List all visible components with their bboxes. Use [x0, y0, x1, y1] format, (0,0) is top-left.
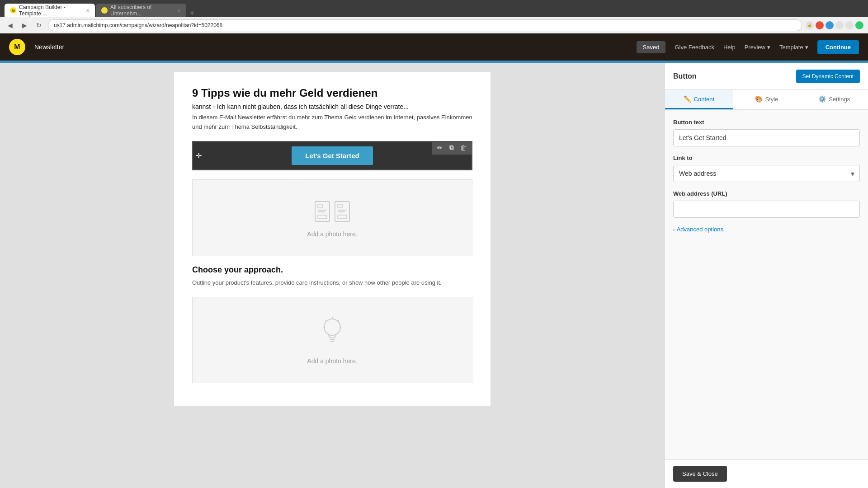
advanced-chevron-icon: ›: [673, 227, 675, 232]
email-cta-button[interactable]: Let's Get Started: [292, 146, 373, 165]
address-bar[interactable]: [48, 19, 802, 31]
browser-icons: 🔒: [806, 21, 863, 29]
photo-placeholder-text-1: Add a photo here.: [307, 230, 357, 238]
browser-chrome: M Campaign Builder - Template ... ✕ M Al…: [0, 0, 868, 17]
advanced-options-label: Advanced options: [677, 226, 723, 233]
section-body-1: Outline your product's features, provide…: [192, 278, 472, 288]
panel-tabs: ✏️ Content 🎨 Style ⚙️ Settings: [665, 90, 868, 110]
browser-icon-3: [826, 21, 834, 29]
main-area: 9 Tipps wie du mehr Geld verdienen kanns…: [0, 63, 868, 488]
help-link[interactable]: Help: [723, 44, 736, 51]
preview-label: Preview: [745, 44, 765, 51]
svg-line-17: [338, 320, 339, 322]
tab-label-1: Campaign Builder - Template ...: [19, 4, 83, 17]
panel-content: Button text Link to Web address Email ad…: [665, 110, 868, 459]
tab-style[interactable]: 🎨 Style: [733, 90, 801, 109]
svg-rect-3: [318, 211, 325, 212]
link-to-label: Link to: [673, 155, 860, 161]
button-text-label: Button text: [673, 119, 860, 126]
subtitle-rest: Ich kann nicht glauben, dass ich tatsäch…: [217, 103, 409, 110]
panel-title: Button: [673, 72, 697, 80]
content-tab-label: Content: [694, 96, 715, 103]
edit-block-button[interactable]: ✏: [434, 142, 445, 153]
settings-tab-label: Settings: [829, 96, 850, 103]
continue-button[interactable]: Continue: [817, 40, 859, 54]
preview-button[interactable]: Preview ▾: [745, 44, 770, 51]
save-close-button[interactable]: Save & Close: [673, 466, 727, 482]
email-title: 9 Tipps wie du mehr Geld verdienen: [192, 86, 472, 100]
tab-close-1[interactable]: ✕: [86, 8, 90, 13]
back-button[interactable]: ◀: [5, 20, 15, 31]
browser-icon-2: [816, 21, 824, 29]
button-block[interactable]: ✛ ✏ ⧉ 🗑 Let's Get Started: [192, 141, 472, 170]
button-text-input[interactable]: [673, 129, 860, 146]
content-tab-icon: ✏️: [684, 95, 691, 103]
browser-tabs: M Campaign Builder - Template ... ✕ M Al…: [5, 0, 197, 17]
give-feedback-link[interactable]: Give Feedback: [675, 44, 714, 51]
advanced-options-toggle[interactable]: › Advanced options: [673, 226, 860, 233]
tab-favicon-1: M: [10, 7, 16, 14]
reload-button[interactable]: ↻: [33, 20, 44, 31]
tab-favicon-2: M: [101, 7, 108, 14]
saved-badge: Saved: [637, 41, 666, 53]
style-tab-label: Style: [765, 96, 778, 103]
tab-close-2[interactable]: ✕: [177, 8, 181, 13]
canvas-area[interactable]: 9 Tipps wie du mehr Geld verdienen kanns…: [0, 63, 665, 488]
subtitle-dash: -: [213, 103, 217, 110]
duplicate-block-button[interactable]: ⧉: [446, 142, 457, 153]
svg-rect-1: [318, 204, 322, 208]
email-body: 9 Tipps wie du mehr Geld verdienen kanns…: [174, 72, 491, 406]
email-container: 9 Tipps wie du mehr Geld verdienen kanns…: [174, 72, 491, 406]
svg-rect-8: [338, 211, 345, 212]
preview-chevron-icon: ▾: [767, 44, 770, 51]
block-toolbar: ✏ ⧉ 🗑: [432, 141, 472, 155]
tab-content[interactable]: ✏️ Content: [665, 90, 733, 109]
email-subtitle: kannst - Ich kann nicht glauben, dass ic…: [192, 102, 472, 111]
photo-block-2[interactable]: Add a photo here.: [192, 297, 472, 383]
email-body-text: In diesem E-Mail Newsletter erfährst du …: [192, 113, 472, 132]
browser-icon-6: [855, 21, 863, 29]
web-address-label: Web address (URL): [673, 190, 860, 197]
forward-button[interactable]: ▶: [19, 20, 30, 31]
new-tab-button[interactable]: +: [187, 9, 197, 17]
newsletter-label: Newsletter: [34, 43, 64, 51]
tab-settings[interactable]: ⚙️ Settings: [800, 90, 868, 109]
panel-header: Button Set Dynamic Content: [665, 63, 868, 90]
svg-rect-9: [338, 215, 347, 219]
browser-icon-1: 🔒: [806, 21, 814, 29]
photo-placeholder-text-2: Add a photo here.: [307, 357, 357, 365]
template-chevron-icon: ▾: [805, 44, 808, 51]
svg-rect-6: [338, 204, 342, 208]
delete-block-button[interactable]: 🗑: [458, 142, 469, 153]
tab-inactive[interactable]: M All subscribers of Unternehm... ✕: [96, 4, 186, 17]
mailchimp-logo[interactable]: M: [9, 39, 25, 55]
svg-line-16: [326, 320, 327, 322]
app-container: M Newsletter Saved Give Feedback Help Pr…: [0, 33, 868, 488]
template-label: Template: [779, 44, 803, 51]
browser-toolbar: ◀ ▶ ↻ 🔒: [0, 17, 868, 33]
section-heading-1: Choose your approach.: [192, 265, 472, 275]
panel-footer: Save & Close: [665, 459, 868, 488]
browser-icon-5: [845, 21, 854, 29]
settings-tab-icon: ⚙️: [818, 95, 826, 103]
photo-placeholder-icon-1: [314, 198, 350, 225]
svg-rect-4: [318, 215, 327, 219]
svg-rect-7: [338, 210, 347, 211]
photo-block-1[interactable]: Add a photo here.: [192, 179, 472, 256]
web-address-input[interactable]: [673, 201, 860, 218]
lightbulb-icon: [319, 315, 346, 352]
top-nav: M Newsletter Saved Give Feedback Help Pr…: [0, 33, 868, 61]
svg-rect-2: [318, 210, 327, 211]
subtitle-bold: kannst: [192, 103, 211, 110]
style-tab-icon: 🎨: [755, 95, 763, 103]
link-to-select[interactable]: Web address Email address Phone number F…: [673, 165, 860, 182]
set-dynamic-content-button[interactable]: Set Dynamic Content: [796, 70, 860, 83]
move-handle-icon[interactable]: ✛: [196, 151, 202, 160]
right-panel: Button Set Dynamic Content ✏️ Content 🎨 …: [665, 63, 868, 488]
tab-label-2: All subscribers of Unternehm...: [110, 4, 175, 17]
template-button[interactable]: Template ▾: [779, 44, 808, 51]
browser-icon-4: [835, 21, 844, 29]
link-to-select-wrapper: Web address Email address Phone number F…: [673, 165, 860, 182]
tab-active[interactable]: M Campaign Builder - Template ... ✕: [5, 4, 95, 17]
